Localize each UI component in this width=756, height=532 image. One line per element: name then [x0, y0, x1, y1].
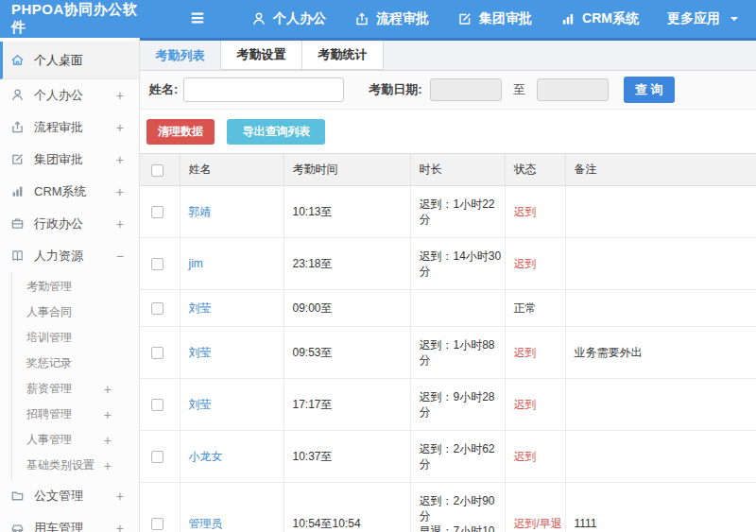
- attendance-table: 姓名考勤时间时长状态备注 郭靖10:13至迟到：1小时22分迟到jim23:18…: [140, 153, 756, 532]
- filter-bar: 姓名: 考勤日期: 至 查 询: [140, 71, 756, 110]
- tab-2[interactable]: 考勤设置: [221, 41, 302, 70]
- note-cell: [565, 290, 756, 327]
- sidebar-subitem-5[interactable]: 薪资管理+: [12, 376, 139, 402]
- document-icon: [10, 489, 26, 504]
- sidebar-subitem-3[interactable]: 培训管理: [12, 325, 139, 351]
- sidebar-subitem-6[interactable]: 招聘管理+: [12, 402, 139, 427]
- nav-item-3[interactable]: 集团审批: [443, 0, 546, 38]
- sidebar-subitem-label: 奖惩记录: [26, 355, 112, 371]
- duration-cell: 迟到：14小时30分: [410, 238, 505, 290]
- sidebar-item-5[interactable]: CRM系统+: [0, 176, 139, 208]
- employee-name-link[interactable]: 小龙女: [189, 450, 223, 463]
- sidebar-item-label: 个人办公: [34, 87, 116, 104]
- sidebar-subitem-label: 招聘管理: [26, 406, 104, 422]
- name-input[interactable]: [183, 77, 344, 102]
- duration-line: 迟到：1小时22分: [420, 197, 503, 227]
- column-header: 考勤时间: [284, 154, 410, 186]
- name-cell: 管理员: [180, 483, 284, 532]
- app-window: PHPOA协同办公软件 个人办公流程审批集团审批CRM系统更多应用 个人桌面个人…: [0, 0, 756, 532]
- name-cell: 刘莹: [180, 290, 284, 327]
- nav-item-5[interactable]: 更多应用: [653, 0, 756, 38]
- edit-icon: [457, 11, 472, 26]
- sidebar-subitem-label: 培训管理: [26, 330, 112, 346]
- sidebar-subitem-8[interactable]: 基础类别设置+: [12, 453, 139, 478]
- clean-data-button[interactable]: 清理数据: [146, 119, 215, 145]
- time-cell: 17:17至: [284, 379, 410, 431]
- expander-icon: +: [116, 216, 139, 232]
- table-row: 刘莹09:53至迟到：1小时88分迟到业务需要外出: [140, 327, 756, 379]
- menu-icon[interactable]: [188, 9, 209, 29]
- workflow-icon: [354, 11, 369, 26]
- tab-1[interactable]: 考勤列表: [140, 41, 221, 70]
- table-row: 刘莹17:17至迟到：9小时28分迟到: [140, 379, 756, 431]
- sidebar-item-label: 人力资源: [34, 248, 116, 265]
- column-header: 姓名: [180, 154, 284, 186]
- sidebar-item-9[interactable]: 用车管理+: [0, 512, 139, 532]
- status-badge: 正常: [514, 301, 537, 315]
- table-row: 小龙女10:37至迟到：2小时62分迟到: [140, 431, 756, 483]
- status-badge: 迟到: [514, 257, 537, 270]
- expander-icon: +: [116, 184, 139, 199]
- caret-down-icon: [727, 11, 742, 26]
- user-icon: [251, 11, 266, 26]
- date-from-input[interactable]: [430, 78, 502, 101]
- row-checkbox[interactable]: [151, 302, 163, 315]
- sidebar-subitem-4[interactable]: 奖惩记录: [12, 351, 139, 376]
- name-cell: jim: [180, 238, 284, 290]
- sidebar-item-label: 行政办公: [34, 215, 116, 232]
- sidebar-item-6[interactable]: 行政办公+: [0, 208, 139, 240]
- chart-icon: [560, 11, 576, 26]
- duration-cell: [410, 290, 505, 327]
- row-checkbox[interactable]: [151, 451, 163, 463]
- sidebar-subitem-7[interactable]: 人事管理+: [12, 427, 139, 453]
- employee-name-link[interactable]: 刘莹: [189, 398, 212, 411]
- nav-item-2[interactable]: 流程审批: [340, 0, 443, 38]
- date-to-input[interactable]: [537, 78, 609, 101]
- checkbox-cell: [140, 327, 180, 379]
- sidebar-item-4[interactable]: 集团审批+: [0, 144, 139, 176]
- name-label: 姓名:: [149, 81, 178, 98]
- note-cell: [565, 238, 756, 290]
- sidebar-item-label: 个人桌面: [34, 52, 124, 69]
- nav-item-4[interactable]: CRM系统: [546, 0, 653, 38]
- sidebar-item-2[interactable]: 个人办公+: [0, 79, 139, 112]
- sidebar-item-3[interactable]: 流程审批+: [0, 112, 139, 144]
- time-cell: 10:54至10:54: [284, 483, 410, 532]
- employee-name-link[interactable]: 郭靖: [189, 205, 212, 218]
- row-checkbox[interactable]: [151, 258, 163, 270]
- nav-item-1[interactable]: 个人办公: [237, 0, 340, 38]
- tab-3[interactable]: 考勤统计: [302, 41, 384, 70]
- sidebar-item-8[interactable]: 公文管理+: [0, 480, 139, 512]
- search-button[interactable]: 查 询: [624, 77, 675, 103]
- workflow-icon: [10, 120, 26, 135]
- export-list-button[interactable]: 导出查询列表: [227, 119, 325, 145]
- note-cell: 1111: [565, 483, 756, 532]
- status-cell: 迟到: [505, 186, 565, 238]
- row-checkbox[interactable]: [151, 206, 163, 218]
- employee-name-link[interactable]: 刘莹: [189, 346, 212, 359]
- checkbox-cell: [140, 379, 180, 431]
- row-checkbox[interactable]: [151, 347, 163, 359]
- employee-name-link[interactable]: jim: [189, 257, 203, 270]
- sidebar-item-1[interactable]: 个人桌面: [0, 42, 139, 79]
- duration-cell: 迟到：2小时90分早退：7小时10分: [410, 483, 505, 532]
- employee-name-link[interactable]: 刘莹: [189, 301, 212, 315]
- home-icon: [10, 53, 26, 68]
- sidebar-subitem-label: 薪资管理: [26, 381, 104, 397]
- sidebar-subitem-2[interactable]: 人事合同: [12, 300, 139, 325]
- duration-line: 早退：7小时10分: [420, 523, 503, 532]
- duration-cell: 迟到：1小时22分: [410, 186, 505, 238]
- nav-item-label: 更多应用: [667, 10, 720, 27]
- select-all-checkbox[interactable]: [151, 164, 163, 177]
- note-cell: 业务需要外出: [565, 327, 756, 379]
- top-bar: PHPOA协同办公软件 个人办公流程审批集团审批CRM系统更多应用: [0, 0, 756, 38]
- name-cell: 小龙女: [180, 431, 284, 483]
- tab-bar-spacer: [384, 41, 756, 70]
- sidebar-item-7[interactable]: 人力资源−: [0, 240, 139, 272]
- employee-name-link[interactable]: 管理员: [189, 517, 223, 530]
- row-checkbox[interactable]: [151, 399, 163, 411]
- expander-icon: +: [116, 152, 139, 167]
- sidebar-subitem-1[interactable]: 考勤管理: [12, 274, 139, 300]
- status-badge: 迟到: [514, 450, 537, 463]
- row-checkbox[interactable]: [151, 518, 163, 530]
